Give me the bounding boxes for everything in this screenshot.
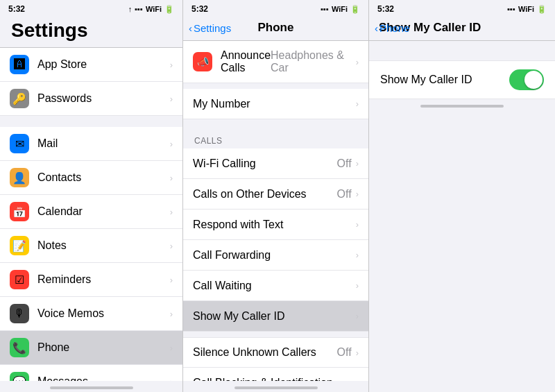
signal-icon: ▪▪▪ (321, 5, 329, 13)
back-chevron-icon: ‹ (189, 22, 192, 34)
show-caller-id-item[interactable]: Show My Caller ID › (183, 301, 368, 332)
settings-item-mail[interactable]: ✉ Mail › (0, 127, 182, 161)
reminders-label: Reminders (37, 273, 170, 286)
home-bar (50, 386, 133, 389)
settings-item-reminders[interactable]: ☑ Reminders › (0, 263, 182, 297)
settings-item-messages[interactable]: 💬 Messages › (0, 365, 182, 381)
status-icons-1: ↑ ▪▪▪ WiFi 🔋 (128, 5, 174, 14)
toggle-knob (524, 71, 543, 89)
settings-list: 🅰 App Store › 🔑 Passwords › ✉ Mail › 👤 C… (0, 48, 182, 381)
settings-item-passwords[interactable]: 🔑 Passwords › (0, 82, 182, 116)
calls-section: CALLS Wi-Fi Calling Off › Calls on Other… (183, 125, 368, 332)
chevron-icon: › (170, 173, 173, 183)
back-label-2: Settings (194, 22, 231, 34)
wifi-icon: WiFi (332, 5, 348, 13)
calls-other-item[interactable]: Calls on Other Devices Off › (183, 179, 368, 210)
chevron-icon: › (170, 60, 173, 70)
caller-id-panel: 5:32 ▪▪▪ WiFi 🔋 ‹ Phone Show My Caller I… (369, 0, 555, 392)
list-divider (0, 116, 182, 121)
call-forwarding-item[interactable]: Call Forwarding › (183, 240, 368, 271)
dark-section: Silence Unknown Callers Off › Call Block… (183, 337, 368, 381)
status-time-2: 5:32 (191, 4, 208, 14)
chevron-icon: › (170, 343, 173, 353)
settings-item-voice-memos[interactable]: 🎙 Voice Memos › (0, 297, 182, 331)
voice-memos-icon: 🎙 (10, 304, 29, 323)
status-bar-1: 5:32 ↑ ▪▪▪ WiFi 🔋 (0, 0, 182, 17)
contacts-label: Contacts (37, 171, 170, 184)
call-blocking-item[interactable]: Call Blocking & Identification › (183, 368, 368, 381)
status-bar-2: 5:32 ▪▪▪ WiFi 🔋 (183, 0, 368, 17)
call-waiting-item[interactable]: Call Waiting › (183, 271, 368, 301)
phone-title: Phone (258, 21, 294, 35)
home-indicator-1 (0, 381, 182, 392)
reminders-icon: ☑ (10, 270, 29, 289)
announce-calls-item[interactable]: 📣 Announce Calls Headphones & Car › (183, 41, 368, 83)
status-icons-3: ▪▪▪ WiFi 🔋 (507, 5, 547, 14)
settings-item-app-store[interactable]: 🅰 App Store › (0, 48, 182, 82)
list-divider (183, 83, 368, 89)
calls-other-value: Off (337, 188, 352, 201)
caller-id-section: Show My Caller ID (369, 60, 555, 99)
wifi-icon: WiFi (518, 5, 534, 13)
respond-text-item[interactable]: Respond with Text › (183, 210, 368, 240)
silence-unknown-label: Silence Unknown Callers (193, 346, 337, 359)
calls-other-label: Calls on Other Devices (193, 188, 337, 201)
settings-item-phone[interactable]: 📞 Phone › (0, 331, 182, 365)
wifi-calling-value: Off (337, 157, 352, 170)
announce-icon: 📣 (193, 52, 212, 71)
settings-item-calendar[interactable]: 📅 Calendar › (0, 195, 182, 229)
status-time-1: 5:32 (8, 4, 25, 14)
wifi-calling-item[interactable]: Wi-Fi Calling Off › (183, 148, 368, 179)
settings-item-notes[interactable]: 📝 Notes › (0, 229, 182, 263)
silence-unknown-value: Off (337, 346, 352, 359)
status-time-3: 5:32 (377, 4, 394, 14)
wifi-icon: WiFi (146, 5, 162, 13)
settings-panel: 5:32 ↑ ▪▪▪ WiFi 🔋 Settings 🅰 App Store ›… (0, 0, 183, 392)
notes-label: Notes (37, 239, 170, 252)
phone-list: 📣 Announce Calls Headphones & Car › My N… (183, 41, 368, 381)
my-number-item[interactable]: My Number › (183, 89, 368, 119)
silence-unknown-item[interactable]: Silence Unknown Callers Off › (183, 337, 368, 368)
chevron-icon: › (170, 275, 173, 285)
chevron-icon: › (356, 348, 359, 358)
announce-calls-value: Headphones & Car (271, 49, 352, 74)
passwords-icon: 🔑 (10, 89, 29, 108)
back-button-2[interactable]: ‹ Settings (189, 22, 231, 34)
call-waiting-label: Call Waiting (193, 280, 356, 292)
settings-group-1: 🅰 App Store › 🔑 Passwords › (0, 48, 182, 116)
caller-id-label: Show My Caller ID (380, 74, 509, 86)
chevron-icon: › (356, 189, 359, 199)
chevron-icon: › (170, 309, 173, 319)
passwords-label: Passwords (37, 92, 170, 105)
wifi-calling-label: Wi-Fi Calling (193, 157, 337, 170)
home-indicator-3 (369, 99, 555, 110)
chevron-icon: › (356, 280, 359, 291)
back-label-3: Phone (379, 22, 409, 34)
caller-id-row: Show My Caller ID (369, 61, 555, 99)
home-bar (420, 105, 504, 108)
back-chevron-icon: ‹ (375, 22, 378, 34)
caller-id-toggle[interactable] (509, 69, 544, 90)
notes-icon: 📝 (10, 236, 29, 255)
chevron-icon: › (356, 311, 359, 321)
announce-calls-label: Announce Calls (221, 49, 271, 74)
calls-section-header: CALLS (183, 125, 368, 148)
settings-nav-bar: Settings (0, 17, 182, 48)
voice-memos-label: Voice Memos (37, 307, 170, 320)
chevron-icon: › (356, 57, 359, 67)
app-store-label: App Store (37, 58, 170, 71)
back-button-3[interactable]: ‹ Phone (375, 22, 409, 34)
messages-icon: 💬 (10, 372, 29, 381)
call-forwarding-label: Call Forwarding (193, 249, 356, 262)
status-bar-3: 5:32 ▪▪▪ WiFi 🔋 (369, 0, 555, 17)
caller-id-nav-bar: ‹ Phone Show My Caller ID (369, 17, 555, 41)
phone-icon: 📞 (10, 338, 29, 357)
chevron-icon: › (356, 219, 359, 230)
signal-icon: ▪▪▪ (135, 5, 143, 13)
chevron-icon: › (170, 241, 173, 251)
chevron-icon: › (170, 94, 173, 104)
battery-icon: 🔋 (164, 5, 174, 14)
phone-panel: 5:32 ▪▪▪ WiFi 🔋 ‹ Settings Phone 📣 Annou… (183, 0, 369, 392)
my-number-label: My Number (193, 98, 356, 110)
settings-item-contacts[interactable]: 👤 Contacts › (0, 161, 182, 195)
